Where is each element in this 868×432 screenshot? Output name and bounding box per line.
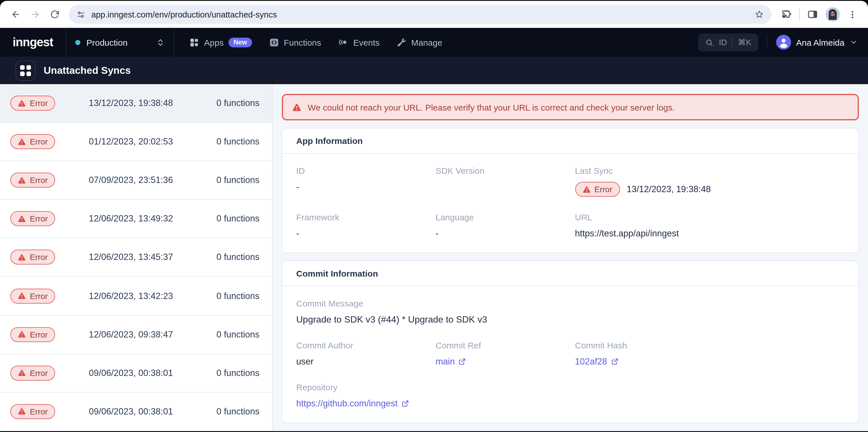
status-badge: Error [10, 327, 55, 342]
nav-item-label: Events [353, 37, 380, 47]
card-title: App Information [282, 128, 858, 154]
sync-list-item[interactable]: Error 09/06/2023, 00:38:01 0 functions [0, 354, 272, 392]
sync-function-count: 0 functions [207, 291, 259, 301]
sync-list-item[interactable]: Error 13/12/2023, 19:38:48 0 functions [0, 84, 272, 123]
status-badge: Error [10, 365, 55, 380]
forward-icon [30, 9, 40, 19]
sync-function-count: 0 functions [207, 214, 259, 224]
field-id: ID - [296, 166, 427, 197]
chevron-up-down-icon [156, 38, 165, 47]
events-icon [338, 37, 349, 48]
sync-list-item[interactable]: Error 12/06/2023, 13:45:37 0 functions [0, 238, 272, 277]
sync-timestamp: 12/06/2023, 13:42:23 [55, 291, 207, 301]
navbar-divider [767, 35, 768, 50]
search-id-label: ID [719, 38, 727, 47]
search-shortcut: ⌘K [738, 38, 751, 47]
sync-function-count: 0 functions [207, 252, 259, 262]
last-sync-timestamp: 13/12/2023, 19:38:48 [627, 184, 711, 195]
nav-item-functions[interactable]: Functions [270, 37, 321, 47]
sync-timestamp: 09/06/2023, 00:38:01 [55, 368, 207, 378]
field-last-sync: Last Sync Error 13/12/2023, 19:38:48 [575, 166, 844, 197]
app-window: app.inngest.com/env/production/unattache… [0, 1, 868, 432]
functions-icon [270, 37, 279, 47]
url-text: app.inngest.com/env/production/unattache… [91, 10, 277, 19]
nav-item-apps[interactable]: Apps New [190, 37, 252, 47]
sync-timestamp: 01/12/2023, 20:02:53 [55, 137, 207, 147]
search-divider [732, 38, 733, 47]
status-badge: Error [10, 250, 55, 265]
tune-icon[interactable] [76, 10, 86, 19]
external-link-icon [611, 357, 619, 366]
status-badge: Error [10, 134, 55, 149]
new-badge: New [228, 37, 252, 47]
field-commit-ref: Commit Ref main [436, 340, 566, 367]
sync-function-count: 0 functions [207, 368, 259, 378]
card-title: Commit Information [282, 261, 858, 286]
browser-profile-avatar[interactable] [826, 7, 840, 22]
commit-information-card: Commit Information Commit Message Upgrad… [282, 261, 859, 423]
nav-item-events[interactable]: Events [338, 37, 380, 48]
page-title: Unattached Syncs [43, 64, 131, 77]
sync-list-item[interactable]: Error 09/06/2023, 00:38:01 0 functions [0, 393, 272, 431]
manage-wrench-icon [397, 37, 407, 47]
field-repository: Repository https://github.com/inngest [296, 382, 844, 409]
sync-timestamp: 09/06/2023, 00:38:01 [55, 406, 207, 417]
forward-button[interactable] [25, 5, 45, 24]
environment-status-dot [75, 40, 81, 45]
app-navbar: inngest Production Apps New Function [0, 28, 868, 57]
bookmark-star-icon[interactable] [754, 9, 764, 19]
field-commit-author: Commit Author user [296, 340, 427, 367]
browser-menu-icon[interactable] [847, 9, 858, 20]
field-language: Language - [436, 212, 566, 239]
search-icon [705, 38, 714, 47]
sync-list-item[interactable]: Error 12/06/2023, 13:49:32 0 functions [0, 200, 272, 238]
sync-function-count: 0 functions [207, 406, 259, 417]
inngest-logo[interactable]: inngest [0, 28, 66, 57]
url-bar[interactable]: app.inngest.com/env/production/unattache… [69, 5, 771, 24]
reload-button[interactable] [45, 5, 64, 24]
nav-item-label: Manage [411, 37, 442, 47]
sync-function-count: 0 functions [207, 175, 259, 185]
app-url-value: https://test.app/api/inngest [575, 228, 844, 239]
status-badge: Error [10, 288, 55, 303]
page-header: Unattached Syncs [0, 57, 868, 84]
sync-timestamp: 13/12/2023, 19:38:48 [55, 98, 207, 108]
nav-item-label: Apps [204, 37, 224, 47]
back-icon [11, 9, 20, 19]
sync-timestamp: 12/06/2023, 13:45:37 [55, 252, 207, 262]
syncs-list: Error 13/12/2023, 19:38:48 0 functions E… [0, 84, 273, 431]
repository-link[interactable]: https://github.com/inngest [296, 398, 409, 409]
field-commit-message: Commit Message Upgrade to SDK v3 (#44) *… [296, 298, 844, 325]
nav-item-label: Functions [284, 37, 321, 47]
commit-hash-link[interactable]: 102af28 [575, 356, 619, 367]
sync-list-item[interactable]: Error 07/09/2023, 23:51:36 0 functions [0, 161, 272, 200]
field-sdk-version: SDK Version [436, 166, 566, 197]
sync-list-item[interactable]: Error 12/06/2023, 09:38:47 0 functions [0, 315, 272, 354]
status-badge: Error [10, 173, 55, 188]
side-panel-icon[interactable] [807, 9, 818, 20]
search-button[interactable]: ID ⌘K [699, 33, 758, 51]
sync-function-count: 0 functions [207, 98, 259, 108]
environment-selector[interactable]: Production [66, 28, 174, 57]
sync-timestamp: 07/09/2023, 23:51:36 [55, 175, 207, 185]
sync-list-item[interactable]: Error 12/06/2023, 13:42:23 0 functions [0, 277, 272, 315]
back-button[interactable] [6, 5, 25, 24]
sync-detail: We could not reach your URL. Please veri… [273, 84, 868, 431]
nav-item-manage[interactable]: Manage [397, 37, 442, 47]
user-menu[interactable]: Ana Almeida [776, 35, 858, 50]
status-badge: Error [10, 404, 55, 419]
status-badge: Error [575, 182, 620, 197]
external-link-icon [458, 357, 466, 366]
commit-ref-link[interactable]: main [436, 356, 466, 367]
apps-grid-icon [190, 37, 199, 47]
browser-actions [776, 7, 862, 22]
status-badge: Error [10, 211, 55, 226]
sync-function-count: 0 functions [207, 137, 259, 147]
extensions-icon[interactable] [780, 9, 792, 20]
unattached-syncs-grid-icon [16, 60, 36, 80]
status-badge: Error [10, 96, 55, 111]
navbar-right: ID ⌘K Ana Almeida [699, 33, 868, 51]
sync-function-count: 0 functions [207, 329, 259, 340]
error-banner-text: We could not reach your URL. Please veri… [308, 102, 675, 112]
sync-list-item[interactable]: Error 01/12/2023, 20:02:53 0 functions [0, 123, 272, 161]
